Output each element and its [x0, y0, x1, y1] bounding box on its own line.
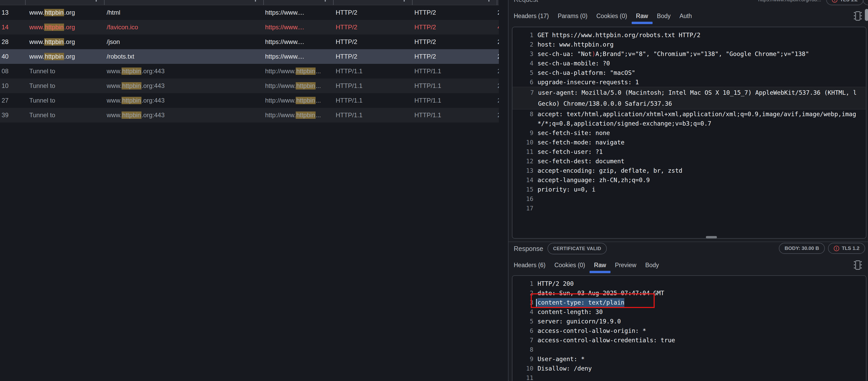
raw-line[interactable]: 13accept-encoding: gzip, deflate, br, zs…	[513, 166, 866, 175]
text-segment: www.	[107, 97, 122, 104]
search-highlight: httpbin	[44, 53, 64, 60]
raw-line[interactable]: 10sec-fetch-mode: navigate	[513, 138, 866, 147]
raw-line[interactable]: 17	[513, 204, 866, 213]
response-raw-view[interactable]: 1HTTP/2 2002date: Sun, 03 Aug 2025 07:47…	[512, 275, 866, 381]
cell-server-protocol: HTTP/1.1	[410, 97, 494, 104]
raw-line[interactable]: 11	[513, 373, 866, 381]
raw-line[interactable]: 1GET https://www.httpbin.org/robots.txt …	[513, 30, 866, 40]
raw-line[interactable]: 7access-control-allow-credentials: true	[513, 335, 866, 345]
scrollbar-thumb[interactable]	[865, 9, 868, 21]
request-url: https://www.httpbin.org/rob...	[758, 0, 821, 3]
text-segment: Disallow: /deny	[537, 365, 592, 372]
raw-line[interactable]: 2date: Sun, 03 Aug 2025 07:47:04 GMT	[513, 288, 866, 298]
raw-line[interactable]: Gecko) Chrome/138.0.0.0 Safari/537.36	[513, 98, 866, 109]
raw-line[interactable]: 11sec-fetch-user: ?1	[513, 147, 866, 156]
cell-protocol: HTTP/1.1	[332, 67, 410, 75]
column-header-url[interactable]	[26, 0, 104, 5]
raw-line[interactable]: 8	[513, 345, 866, 354]
tab-cookies-0[interactable]: Cookies (0)	[596, 12, 627, 20]
column-header-path[interactable]	[104, 0, 264, 5]
search-highlight: httpbin	[122, 97, 142, 104]
wrap-text-icon[interactable]	[854, 260, 862, 270]
raw-line[interactable]: 12sec-fetch-dest: document	[513, 156, 866, 166]
raw-line[interactable]: 7user-agent: Mozilla/5.0 (Macintosh; Int…	[513, 87, 866, 98]
raw-line[interactable]: 3sec-ch-ua: "Not)A;Brand";v="8", "Chromi…	[513, 49, 866, 59]
line-content: sec-fetch-mode: navigate	[537, 139, 866, 146]
filter-funnel-icon[interactable]	[323, 0, 327, 2]
raw-line[interactable]: 4content-length: 30	[513, 307, 866, 317]
line-content: Gecko) Chrome/138.0.0.0 Safari/537.36	[538, 100, 865, 107]
raw-line[interactable]: 15priority: u=0, i	[513, 185, 866, 194]
raw-line[interactable]: 9sec-fetch-site: none	[513, 128, 866, 138]
raw-line[interactable]: 4sec-ch-ua-mobile: ?0	[513, 59, 866, 68]
line-number: 12	[513, 158, 537, 165]
wrap-text-icon[interactable]	[854, 11, 862, 22]
raw-line[interactable]: 5sec-ch-ua-platform: "macOS"	[513, 68, 866, 78]
tab-headers-6[interactable]: Headers (6)	[514, 262, 546, 269]
table-row[interactable]: 28www.httpbin.org/jsonhttps://www....HTT…	[0, 34, 499, 49]
tab-params-0[interactable]: Params (0)	[558, 12, 587, 20]
http-version-badge: HT	[863, 0, 868, 5]
table-row[interactable]: 14www.httpbin.org/favicon.icohttps://www…	[0, 20, 499, 34]
cell-status: 200	[494, 67, 499, 75]
table-row[interactable]: 10Tunnel towww.httpbin.org:443http://www…	[0, 79, 499, 93]
filter-funnel-icon[interactable]	[402, 0, 406, 2]
tab-body[interactable]: Body	[645, 262, 659, 269]
request-raw-view[interactable]: 1GET https://www.httpbin.org/robots.txt …	[512, 27, 866, 239]
table-row[interactable]: 13www.httpbin.org/htmlhttps://www....HTT…	[0, 5, 499, 20]
cell-server-protocol: HTTP/2	[410, 24, 494, 31]
filter-funnel-icon[interactable]	[487, 0, 491, 2]
divider-drag-handle[interactable]	[706, 236, 717, 238]
table-row[interactable]: 40www.httpbin.org/robots.txthttps://www.…	[0, 49, 499, 64]
table-row[interactable]: 39Tunnel towww.httpbin.org:443http://www…	[0, 108, 499, 122]
text-segment: sec-ch-ua-platform: "macOS"	[537, 69, 635, 76]
filter-funnel-icon[interactable]	[253, 0, 257, 2]
search-highlight: httpbin	[296, 82, 316, 89]
line-content: content-type: text/plain	[537, 299, 866, 306]
line-number: 1	[513, 280, 537, 287]
text-segment: priority: u=0, i	[537, 186, 596, 193]
column-header-protocol[interactable]	[334, 0, 412, 5]
raw-line[interactable]: */*;q=0.8,application/signed-exchange;v=…	[513, 119, 866, 128]
tab-raw[interactable]: Raw	[594, 262, 606, 269]
line-number: 3	[513, 51, 537, 57]
response-header: Response CERTIFICATE VALID	[514, 243, 607, 254]
line-number: 8	[513, 111, 537, 117]
line-number: 3	[513, 299, 537, 306]
tab-raw[interactable]: Raw	[636, 12, 648, 20]
filter-funnel-icon[interactable]	[94, 0, 98, 2]
raw-line[interactable]: 1HTTP/2 200	[513, 279, 866, 288]
raw-line[interactable]: 5server: gunicorn/19.9.0	[513, 317, 866, 326]
tab-body[interactable]: Body	[657, 12, 671, 20]
tab-cookies-0[interactable]: Cookies (0)	[554, 262, 585, 269]
raw-line[interactable]: 9User-agent: *	[513, 354, 866, 364]
table-row[interactable]: 08Tunnel towww.httpbin.org:443http://www…	[0, 64, 499, 79]
text-segment: ...	[316, 112, 321, 119]
column-header-server-protocol[interactable]	[412, 0, 497, 5]
tab-preview[interactable]: Preview	[615, 262, 637, 269]
column-header-client[interactable]	[264, 0, 334, 5]
app-root: 13www.httpbin.org/htmlhttps://www....HTT…	[0, 0, 868, 381]
search-highlight: httpbin	[44, 9, 64, 16]
line-content: host: www.httpbin.org	[537, 41, 866, 48]
tab-headers-17[interactable]: Headers (17)	[514, 12, 549, 20]
cell-url: Tunnel to	[25, 82, 103, 89]
tab-auth[interactable]: Auth	[680, 12, 692, 20]
text-segment: host: www.httpbin.org	[537, 41, 614, 48]
table-row[interactable]: 27Tunnel towww.httpbin.org:443http://www…	[0, 93, 499, 108]
raw-line[interactable]: 2host: www.httpbin.org	[513, 40, 866, 49]
column-header-status[interactable]	[497, 0, 499, 5]
line-content: sec-ch-ua: "Not)A;Brand";v="8", "Chromiu…	[537, 51, 866, 57]
raw-line[interactable]: 6access-control-allow-origin: *	[513, 326, 866, 335]
raw-line[interactable]: 6upgrade-insecure-requests: 1	[513, 78, 866, 87]
text-segment: https://www....	[265, 9, 304, 16]
cell-path: www.httpbin.org:443	[103, 82, 262, 89]
raw-line[interactable]: 3content-type: text/plain	[513, 298, 866, 307]
raw-line[interactable]: 14accept-language: zh-CN,zh;q=0.9	[513, 175, 866, 185]
line-content: sec-ch-ua-platform: "macOS"	[537, 69, 866, 76]
raw-line[interactable]: 10Disallow: /deny	[513, 364, 866, 373]
column-header-num[interactable]	[0, 0, 26, 5]
raw-line[interactable]: 8accept: text/html,application/xhtml+xml…	[513, 109, 866, 119]
raw-line[interactable]: 16	[513, 194, 866, 204]
text-segment: upgrade-insecure-requests: 1	[537, 79, 639, 86]
